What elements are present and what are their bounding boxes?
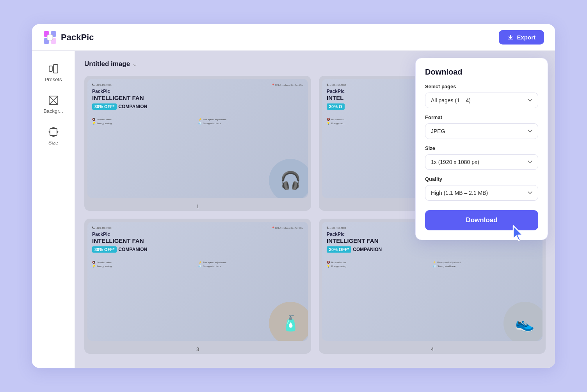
canvas-title: Untitled image xyxy=(84,60,130,68)
svg-rect-6 xyxy=(53,64,58,73)
format-label: Format xyxy=(425,114,538,120)
card-1-sub: COMPANION xyxy=(118,104,147,109)
title-chevron-icon[interactable]: ⌵ xyxy=(133,61,136,67)
card-4-badge: 30% OFF* xyxy=(327,246,351,253)
app-window: PackPic Export Presets xyxy=(32,24,555,368)
main-content: Presets Backgr... xyxy=(32,51,555,368)
sidebar-item-size[interactable]: Size xyxy=(36,122,71,150)
background-icon xyxy=(48,95,59,106)
image-card-1[interactable]: 📞 +123-456-7890 📍 123 Anywhere St., Any … xyxy=(84,76,311,211)
card-3-brand: PackPic xyxy=(92,232,303,237)
header: PackPic Export xyxy=(32,24,555,51)
card-1-product: 🎧 xyxy=(269,159,308,198)
background-label: Backgr... xyxy=(43,108,63,114)
sidebar: Presets Backgr... xyxy=(32,51,75,368)
quality-label: Quality xyxy=(425,176,538,182)
card-3-features: 🔇No wind noise ⚡Five speed adjustment 💡E… xyxy=(92,261,303,268)
card-4-product: 👟 xyxy=(503,302,543,341)
export-icon xyxy=(507,34,514,41)
card-3-header: 📞 +123-456-7890 📍 123 Anywhere St., Any … xyxy=(92,226,303,229)
svg-rect-4 xyxy=(47,35,53,40)
card-1-features: 🔇No wind noise ⚡Five speed adjustment 💡E… xyxy=(92,118,303,125)
app-name: PackPic xyxy=(61,32,94,43)
card-1-brand: PackPic xyxy=(92,89,303,94)
card-1-headline: INTELLIGENT FAN xyxy=(92,95,303,102)
card-4-sub: COMPANION xyxy=(353,247,382,252)
card-4-features: 🔇No wind noise ⚡Five speed adjustment 💡E… xyxy=(327,261,538,268)
download-panel-title: Download xyxy=(425,68,538,77)
presets-label: Presets xyxy=(44,77,62,82)
svg-rect-5 xyxy=(49,66,52,71)
card-4-page-num: 4 xyxy=(319,344,546,354)
card-1-badge: 30% OFF* xyxy=(92,103,117,110)
sidebar-item-presets[interactable]: Presets xyxy=(36,59,71,87)
select-pages-label: Select pages xyxy=(425,84,538,89)
sidebar-item-background[interactable]: Backgr... xyxy=(36,90,71,119)
mouse-cursor-icon xyxy=(511,225,527,242)
card-3-page-num: 3 xyxy=(84,344,311,354)
card-3-headline: INTELLIGENT FAN xyxy=(92,238,303,244)
select-pages-dropdown[interactable]: All pages (1 – 4) Page 1 Page 2 Page 3 P… xyxy=(425,93,538,108)
download-panel: Download Select pages All pages (1 – 4) … xyxy=(415,58,548,240)
size-icon xyxy=(48,127,59,137)
card-1-header: 📞 +123-456-7890 📍 123 Anywhere St., Any … xyxy=(92,84,303,86)
svg-rect-10 xyxy=(50,128,57,135)
size-dropdown[interactable]: 1x (1920 x 1080 px) 2x (3840 x 2160 px) … xyxy=(425,154,538,170)
card-3-product: 🧴 xyxy=(269,302,308,341)
logo: PackPic xyxy=(43,30,94,45)
size-label: Size xyxy=(425,145,538,151)
presets-icon xyxy=(48,63,59,74)
card-3-sub: COMPANION xyxy=(118,247,147,252)
canvas-area: Untitled image ⌵ 📞 +123-456-7890 📍 123 A… xyxy=(75,51,555,368)
card-3-badge: 30% OFF* xyxy=(92,246,117,253)
svg-marker-19 xyxy=(513,226,523,241)
size-label: Size xyxy=(48,140,58,146)
card-2-badge: 30% O xyxy=(327,103,345,110)
card-1-page-num: 1 xyxy=(84,201,311,211)
export-button[interactable]: Export xyxy=(499,30,544,45)
packpic-logo-icon xyxy=(43,30,57,45)
image-card-3[interactable]: 📞 +123-456-7890 📍 123 Anywhere St., Any … xyxy=(84,219,311,354)
format-dropdown[interactable]: JPEG PNG PDF SVG xyxy=(425,123,538,139)
quality-dropdown[interactable]: High (1.1 MB – 2.1 MB) Medium (0.5 MB – … xyxy=(425,185,538,201)
